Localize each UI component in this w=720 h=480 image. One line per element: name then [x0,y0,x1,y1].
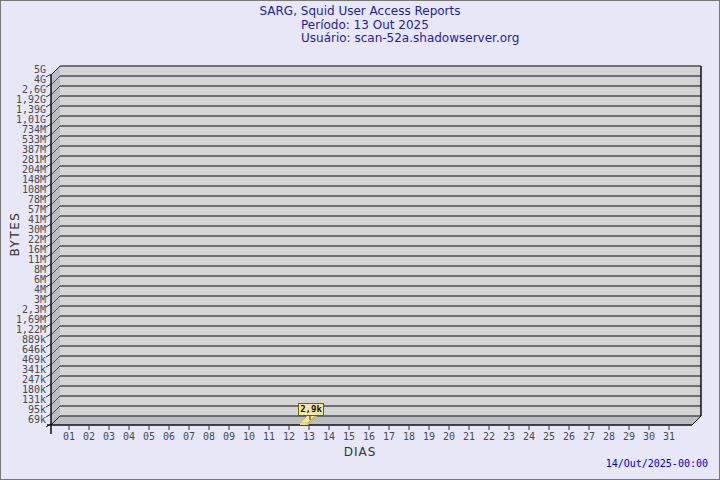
y-axis-title: BYTES [8,202,22,266]
x-tick-label: 15 [343,431,355,442]
x-tick-label: 04 [123,431,135,442]
x-tick-label: 26 [563,431,575,442]
x-tick-label: 07 [183,431,195,442]
x-tick-label: 03 [103,431,115,442]
x-tick-label: 31 [663,431,675,442]
x-tick-label: 22 [483,431,495,442]
x-tick-label: 14 [323,431,335,442]
x-tick-label: 18 [403,431,415,442]
x-tick-label: 01 [63,431,75,442]
x-tick-label: 21 [463,431,475,442]
x-tick-label: 05 [143,431,155,442]
x-tick-label: 30 [643,431,655,442]
x-tick-label: 29 [623,431,635,442]
x-tick-label: 12 [283,431,295,442]
x-tick-label: 23 [503,431,515,442]
sarg-report-page: SARG, Squid User Access Reports Período:… [0,0,720,480]
x-axis-title: DIAS [1,445,719,459]
x-tick-label: 09 [223,431,235,442]
x-tick-label: 28 [603,431,615,442]
x-tick-label: 27 [583,431,595,442]
chart-plot-area: 5G4G2,6G1,92G1,39G1,01G734M533M387M281M2… [1,1,720,480]
x-tick-label: 02 [83,431,95,442]
x-tick-label: 10 [243,431,255,442]
data-point-label: 2,9k [298,403,324,416]
x-tick-label: 19 [423,431,435,442]
x-tick-labels: 0102030405060708091011121314151617181920… [63,431,675,442]
x-tick-label: 13 [303,431,315,442]
x-tick-label: 11 [263,431,275,442]
x-tick-label: 20 [443,431,455,442]
x-tick-label: 17 [383,431,395,442]
plot-back-wall [60,66,701,416]
floor-3d [51,416,701,425]
x-tick-label: 25 [543,431,555,442]
x-tick-label: 08 [203,431,215,442]
y-tick-label: 69k [28,414,46,425]
x-tick-label: 16 [363,431,375,442]
x-tick-label: 06 [163,431,175,442]
generated-timestamp: 14/Out/2025-00:00 [606,458,708,469]
x-tick-label: 24 [523,431,535,442]
